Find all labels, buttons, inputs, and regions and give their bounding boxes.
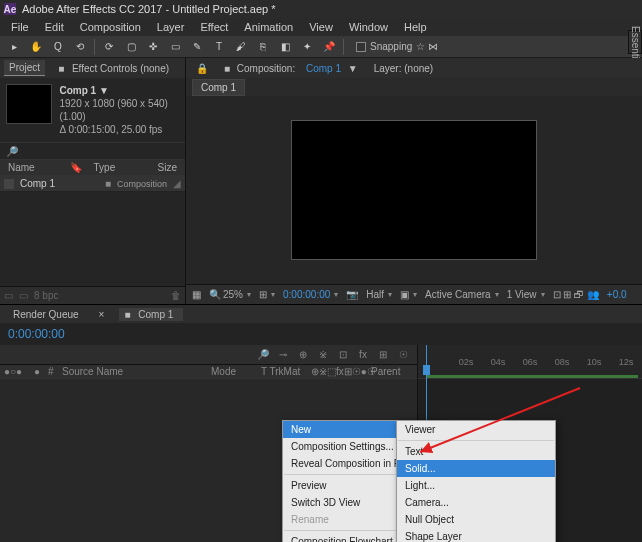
menu-edit[interactable]: Edit — [38, 19, 71, 35]
fx-icon[interactable]: fx — [355, 349, 371, 360]
snapping-toggle[interactable]: Snapping ☆ ⋈ — [356, 41, 438, 52]
frame-blend-icon[interactable]: ⊞ — [375, 349, 391, 360]
col-trkmat[interactable]: T TrkMat — [257, 366, 307, 377]
graph-icon[interactable]: ⊡ — [335, 349, 351, 360]
project-tabs: Project ■ Effect Controls (none) — [0, 58, 185, 78]
tool-rect-icon[interactable]: ▭ — [165, 38, 185, 56]
col-switches[interactable]: ⊕※⬚fx⊞☉●☉ — [307, 366, 367, 377]
bpc-toggle[interactable]: 8 bpc — [34, 290, 58, 301]
tool-pen-icon[interactable]: ✎ — [187, 38, 207, 56]
composition-tabs: 🔒 ■ Composition: Comp 1 ▼ Layer: (none) — [186, 58, 642, 78]
timeline-track-icons: 🔎 ⊸ ⊕ ※ ⊡ fx ⊞ ☉ — [0, 345, 417, 365]
timeline-ruler[interactable]: 02s 04s 06s 08s 10s 12s — [418, 345, 642, 379]
timecode[interactable]: 0:00:00:00 — [0, 323, 73, 345]
camera-dropdown[interactable]: Active Camera — [425, 289, 499, 300]
snapshot-icon[interactable]: 📷 — [346, 289, 358, 300]
shy-icon[interactable]: ⊸ — [275, 349, 291, 360]
titlebar: Ae Adobe After Effects CC 2017 - Untitle… — [0, 0, 642, 18]
tab-close-icon[interactable]: × — [94, 308, 110, 321]
view-options-icon[interactable]: ⊡ ⊞ 🗗 👥 — [553, 289, 599, 300]
menu-view[interactable]: View — [302, 19, 340, 35]
blend-mode-icon[interactable]: ⊕ — [295, 349, 311, 360]
tool-hand-icon[interactable]: ✋ — [26, 38, 46, 56]
tool-stamp-icon[interactable]: ⎘ — [253, 38, 273, 56]
zoom-dropdown[interactable]: 🔍 25% — [209, 289, 251, 300]
tab-composition[interactable]: ■ Composition: Comp 1 ▼ — [220, 61, 362, 76]
composition-footer: ▦ 🔍 25% ⊞ 0:00:00:00 📷 Half ▣ Active Cam… — [186, 284, 642, 304]
essentials-panel-tab[interactable]: Essenti — [628, 30, 642, 54]
search-icon[interactable]: 🔎 — [255, 349, 271, 360]
menu-file[interactable]: File — [4, 19, 36, 35]
tool-brush-icon[interactable]: 🖌 — [231, 38, 251, 56]
3d-icon[interactable]: ☉ — [395, 349, 411, 360]
tool-selection-icon[interactable]: ▸ — [4, 38, 24, 56]
toolbar: ▸ ✋ Q ⟲ ⟳ ▢ ✜ ▭ ✎ T 🖌 ⎘ ◧ ✦ 📌 Snapping ☆… — [0, 36, 642, 58]
tool-roto-icon[interactable]: ✦ — [297, 38, 317, 56]
tool-anchor-icon[interactable]: ✜ — [143, 38, 163, 56]
tool-type-icon[interactable]: T — [209, 38, 229, 56]
project-search[interactable]: 🔎 — [0, 142, 185, 160]
col-number[interactable]: # — [44, 366, 58, 377]
col-source-name[interactable]: Source Name — [58, 366, 207, 377]
menu-help[interactable]: Help — [397, 19, 434, 35]
separator — [94, 39, 95, 55]
tab-effect-controls[interactable]: ■ Effect Controls (none) — [53, 61, 179, 76]
project-item-comp1[interactable]: Comp 1 ■ Composition ◢ — [0, 176, 185, 192]
comp-thumbnail[interactable] — [6, 84, 52, 124]
quality-dropdown[interactable]: Half — [366, 289, 392, 300]
menubar: File Edit Composition Layer Effect Anima… — [0, 18, 642, 36]
tool-puppet-icon[interactable]: 📌 — [319, 38, 339, 56]
col-tag-icon[interactable]: 🔖 — [66, 162, 86, 173]
col-name[interactable]: Name — [4, 162, 62, 173]
ctx-new-viewer[interactable]: Viewer — [397, 421, 555, 438]
composition-viewer[interactable] — [186, 96, 642, 284]
checkbox-icon[interactable] — [356, 42, 366, 52]
col-type[interactable]: Type — [90, 162, 150, 173]
tab-render-queue[interactable]: Render Queue — [8, 308, 84, 321]
timeline-tabs: Render Queue × ■ Comp 1 — [0, 305, 642, 323]
res-dropdown[interactable]: ⊞ — [259, 289, 275, 300]
work-area-bar[interactable] — [426, 375, 638, 378]
tool-zoom-icon[interactable]: Q — [48, 38, 68, 56]
menu-composition[interactable]: Composition — [73, 19, 148, 35]
new-folder-icon[interactable]: ▭ — [19, 290, 28, 301]
col-av[interactable]: ●○● — [0, 366, 30, 377]
subtab-comp1[interactable]: Comp 1 — [192, 79, 245, 96]
col-size[interactable]: Size — [154, 162, 181, 173]
ctx-new-null[interactable]: Null Object — [397, 511, 555, 528]
separator — [398, 440, 554, 441]
ctx-new-text[interactable]: Text — [397, 443, 555, 460]
lock-icon[interactable]: 🔒 — [192, 61, 212, 76]
ctx-new-shape[interactable]: Shape Layer — [397, 528, 555, 542]
exposure-value[interactable]: +0.0 — [607, 289, 627, 300]
composition-panel: 🔒 ■ Composition: Comp 1 ▼ Layer: (none) … — [186, 58, 642, 304]
menu-animation[interactable]: Animation — [237, 19, 300, 35]
tab-layer[interactable]: Layer: (none) — [370, 61, 437, 76]
col-lock[interactable]: ● — [30, 366, 44, 377]
tool-rotate-icon[interactable]: ⟳ — [99, 38, 119, 56]
menu-layer[interactable]: Layer — [150, 19, 192, 35]
new-bin-icon[interactable]: ▭ — [4, 290, 13, 301]
menu-effect[interactable]: Effect — [193, 19, 235, 35]
ctx-new-camera[interactable]: Camera... — [397, 494, 555, 511]
grid-icon[interactable]: ▦ — [192, 289, 201, 300]
timeline-headers: ●○● ● # Source Name Mode T TrkMat ⊕※⬚fx⊞… — [0, 365, 417, 379]
composition-canvas[interactable] — [291, 120, 537, 260]
tool-camera-icon[interactable]: ▢ — [121, 38, 141, 56]
view-count-dropdown[interactable]: 1 View — [507, 289, 545, 300]
ctx-new-light[interactable]: Light... — [397, 477, 555, 494]
trash-icon[interactable]: 🗑 — [171, 290, 181, 301]
time-display[interactable]: 0:00:00:00 — [283, 289, 338, 300]
project-columns: Name 🔖 Type Size — [0, 160, 185, 176]
motion-blur-icon[interactable]: ※ — [315, 349, 331, 360]
col-mode[interactable]: Mode — [207, 366, 257, 377]
menu-window[interactable]: Window — [342, 19, 395, 35]
col-parent[interactable]: Parent — [367, 366, 417, 377]
tool-orbit-icon[interactable]: ⟲ — [70, 38, 90, 56]
ctx-new-solid[interactable]: Solid... — [397, 460, 555, 477]
window-title: Adobe After Effects CC 2017 - Untitled P… — [22, 3, 276, 15]
tab-timeline-comp1[interactable]: ■ Comp 1 — [119, 308, 183, 321]
tool-eraser-icon[interactable]: ◧ — [275, 38, 295, 56]
tab-project[interactable]: Project — [4, 60, 45, 76]
view-layout-icon[interactable]: ▣ — [400, 289, 417, 300]
